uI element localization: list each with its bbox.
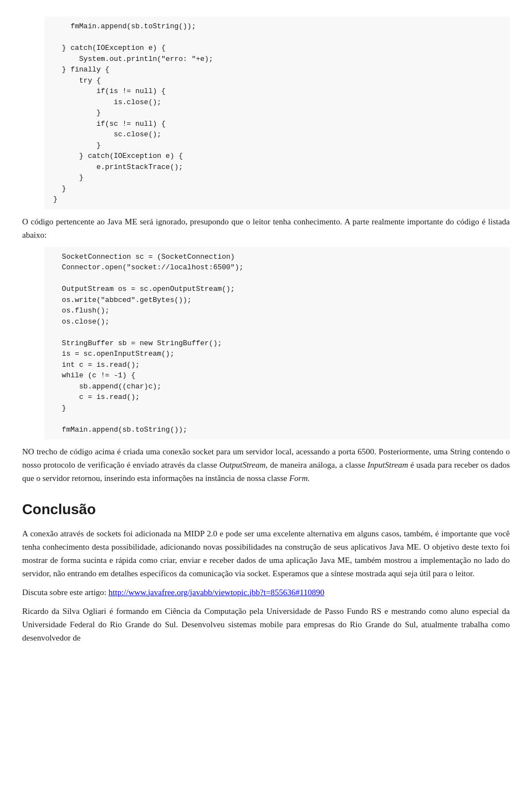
code-section-2: SocketConnection sc = (SocketConnection)… <box>22 247 510 440</box>
paragraph-1: O código pertencente ao Java ME será ign… <box>22 215 510 242</box>
code-block-2: SocketConnection sc = (SocketConnection)… <box>44 247 510 440</box>
section-heading-conclusao: Conclusão <box>22 498 510 521</box>
code-section-1: fmMain.append(sb.toString()); } catch(IO… <box>22 17 510 209</box>
paragraph-2-italic3: Form. <box>289 474 310 483</box>
paragraph-2-italic2: InputStream <box>367 460 408 469</box>
paragraph-5: Ricardo da Silva Ogliari é formando em C… <box>22 605 510 644</box>
paragraph-3: A conexão através de sockets foi adicion… <box>22 527 510 580</box>
paragraph-2: NO trecho de código acima é criada uma c… <box>22 445 510 485</box>
article-link[interactable]: http://www.javafree.org/javabb/viewtopic… <box>109 588 325 597</box>
paragraph-4-pre: Discuta sobre este artigo: <box>22 588 106 597</box>
paragraph-4: Discuta sobre este artigo: http://www.ja… <box>22 586 510 599</box>
paragraph-2-mid-text: de maneira análoga, a classe <box>270 460 365 469</box>
paragraph-2-italic1: OutputStream, <box>219 460 268 469</box>
code-block-1: fmMain.append(sb.toString()); } catch(IO… <box>44 17 510 209</box>
